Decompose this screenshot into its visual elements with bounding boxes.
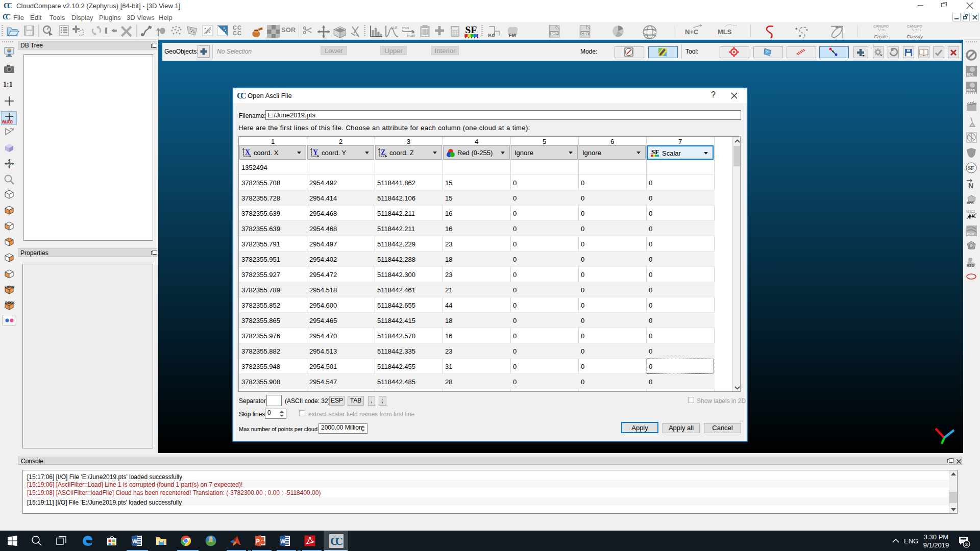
svg-text:Kd: Kd <box>488 32 495 38</box>
svg-text:Z: Z <box>381 148 385 156</box>
svg-text:C: C <box>6 13 11 21</box>
svg-text:C: C <box>7 2 13 10</box>
svg-text:X: X <box>245 148 250 156</box>
svg-text:P: P <box>256 538 260 544</box>
svg-text:RSD: RSD <box>967 264 974 267</box>
svg-text:W: W <box>280 538 286 544</box>
svg-text:CSV: CSV <box>581 32 589 35</box>
svg-text:C: C <box>335 535 343 547</box>
svg-text:SF: SF <box>465 24 477 35</box>
svg-text:BACK: BACK <box>5 301 15 305</box>
svg-text:HPR: HPR <box>967 201 974 205</box>
svg-text:EDL: EDL <box>967 72 974 76</box>
svg-text:PCV: PCV <box>967 232 974 236</box>
svg-text:W: W <box>132 538 138 544</box>
svg-text:≈: ≈ <box>885 29 886 32</box>
svg-text:SSAO: SSAO <box>966 89 975 92</box>
svg-text:Y: Y <box>313 148 318 156</box>
svg-text:SF: SF <box>651 148 659 156</box>
svg-text:max: max <box>407 33 415 38</box>
svg-text:C: C <box>240 91 247 100</box>
svg-text:M3C2: M3C2 <box>966 210 975 213</box>
svg-text:μ,σ: μ,σ <box>391 25 397 30</box>
svg-text:N: N <box>968 182 973 190</box>
svg-text:SF: SF <box>968 165 974 171</box>
svg-text:min: min <box>402 26 409 30</box>
svg-text:2: 2 <box>965 541 968 547</box>
svg-text:FRONT: FRONT <box>5 285 15 289</box>
svg-text:FM: FM <box>509 32 516 38</box>
svg-text:SHP: SHP <box>550 32 558 35</box>
